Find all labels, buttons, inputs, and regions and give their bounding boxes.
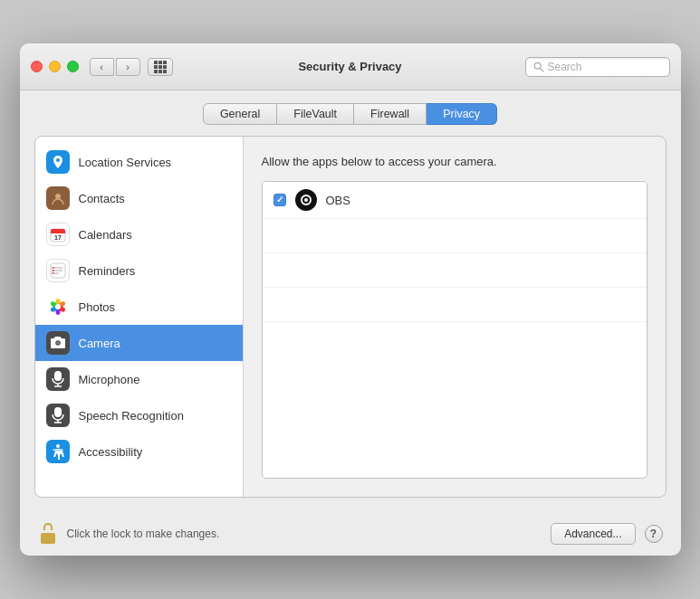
svg-point-31 — [56, 444, 60, 448]
back-button[interactable]: ‹ — [90, 58, 114, 76]
traffic-lights — [31, 61, 79, 72]
app-list: ✓ OBS — [262, 181, 647, 479]
window-title: Security & Privacy — [298, 60, 401, 73]
table-row: ✓ OBS — [263, 182, 647, 219]
sidebar-item-speech-recognition[interactable]: Speech Recognition — [35, 397, 243, 433]
obs-app-name: OBS — [326, 194, 350, 207]
empty-row-3 — [263, 288, 647, 322]
svg-rect-28 — [54, 407, 62, 417]
obs-inner-icon — [301, 195, 312, 205]
svg-point-24 — [56, 341, 60, 345]
sidebar-item-reminders[interactable]: Reminders — [35, 252, 243, 289]
reminders-icon — [46, 259, 70, 282]
sidebar-item-microphone[interactable]: Microphone — [35, 361, 243, 397]
main-window: ‹ › Security & Privacy General FileVault… — [20, 43, 681, 556]
svg-point-3 — [55, 194, 61, 199]
tabs-bar: General FileVault Firewall Privacy — [20, 90, 681, 136]
sidebar: Location Services Contacts — [35, 137, 244, 497]
obs-checkbox[interactable]: ✓ — [273, 194, 286, 206]
sidebar-item-contacts[interactable]: Contacts — [35, 180, 243, 216]
content-area: Location Services Contacts — [34, 136, 666, 498]
calendars-label: Calendars — [79, 228, 132, 242]
empty-row-1 — [263, 219, 647, 253]
speech-recognition-label: Speech Recognition — [79, 409, 184, 423]
svg-point-22 — [55, 304, 61, 309]
grid-button[interactable] — [148, 58, 173, 76]
minimize-button[interactable] — [49, 61, 61, 72]
nav-buttons: ‹ › — [90, 58, 140, 76]
obs-dot-icon — [304, 198, 308, 202]
tab-filevault[interactable]: FileVault — [277, 103, 354, 125]
sidebar-item-photos[interactable]: Photos — [35, 289, 243, 325]
contacts-label: Contacts — [79, 192, 125, 205]
search-box[interactable] — [525, 57, 670, 77]
advanced-button[interactable]: Advanced... — [551, 523, 635, 545]
contacts-icon — [46, 186, 70, 210]
accessibility-icon — [46, 440, 70, 463]
svg-point-13 — [52, 270, 53, 271]
photos-label: Photos — [79, 300, 115, 314]
lock-shackle — [43, 523, 53, 530]
obs-app-icon — [295, 189, 317, 211]
svg-rect-25 — [54, 371, 62, 381]
bottom-bar: Click the lock to make changes. Advanced… — [20, 512, 681, 556]
checkmark-icon: ✓ — [276, 195, 283, 204]
grid-icon — [154, 61, 167, 73]
svg-rect-6 — [51, 232, 65, 233]
svg-point-14 — [52, 272, 53, 274]
calendars-icon: 17 — [46, 223, 70, 246]
titlebar: ‹ › Security & Privacy — [20, 43, 681, 90]
sidebar-item-accessibility[interactable]: Accessibility — [35, 433, 243, 470]
sidebar-item-calendars[interactable]: 17 Calendars — [35, 216, 243, 252]
forward-button[interactable]: › — [116, 58, 140, 76]
sidebar-item-location-services[interactable]: Location Services — [35, 144, 243, 180]
main-panel: Allow the apps below to access your came… — [244, 137, 666, 497]
speech-recognition-icon — [46, 404, 70, 427]
lock-label: Click the lock to make changes. — [67, 528, 542, 540]
reminders-label: Reminders — [79, 264, 136, 278]
svg-line-1 — [540, 68, 543, 71]
camera-label: Camera — [79, 337, 120, 350]
close-button[interactable] — [31, 61, 43, 72]
tab-privacy[interactable]: Privacy — [427, 103, 497, 125]
accessibility-label: Accessibility — [79, 445, 143, 459]
tab-firewall[interactable]: Firewall — [354, 103, 427, 125]
svg-point-12 — [52, 267, 53, 269]
panel-description: Allow the apps below to access your came… — [262, 155, 647, 168]
empty-row-2 — [263, 253, 647, 288]
microphone-label: Microphone — [79, 373, 140, 386]
search-icon — [533, 62, 544, 72]
lock-body — [41, 533, 55, 544]
photos-icon — [46, 295, 70, 319]
sidebar-item-camera[interactable]: Camera — [35, 325, 243, 361]
camera-icon — [46, 331, 70, 355]
svg-text:17: 17 — [54, 234, 62, 241]
maximize-button[interactable] — [67, 61, 79, 72]
tab-general[interactable]: General — [203, 103, 277, 125]
microphone-icon — [46, 367, 70, 391]
location-services-label: Location Services — [79, 156, 172, 169]
empty-row-4 — [263, 322, 647, 357]
search-input[interactable] — [548, 61, 662, 73]
lock-icon[interactable] — [38, 523, 58, 545]
help-button[interactable]: ? — [645, 525, 663, 543]
location-services-icon — [46, 150, 70, 174]
